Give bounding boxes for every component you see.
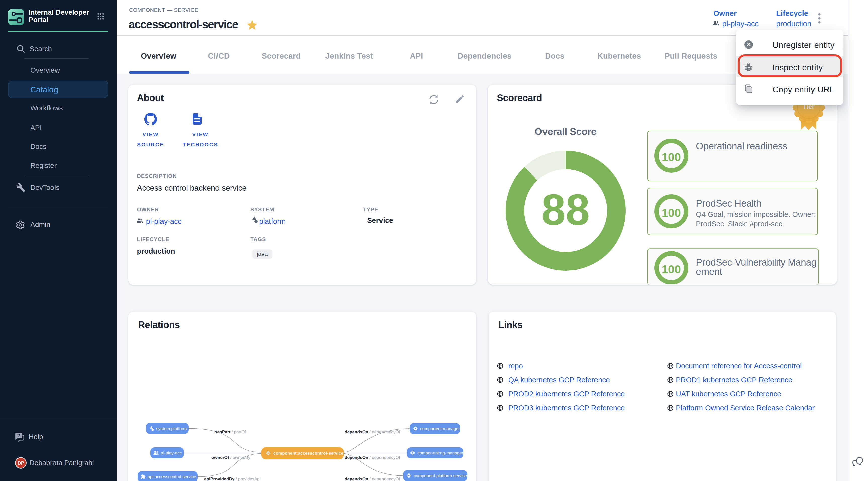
svg-text:?: ? bbox=[17, 433, 20, 438]
